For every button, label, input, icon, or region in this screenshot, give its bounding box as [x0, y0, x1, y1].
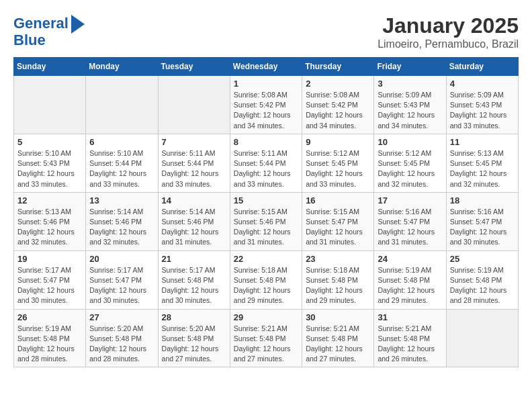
calendar-cell: 27Sunrise: 5:20 AM Sunset: 5:48 PM Dayli… [86, 309, 158, 367]
calendar-cell: 1Sunrise: 5:08 AM Sunset: 5:42 PM Daylig… [230, 76, 302, 134]
calendar-cell [86, 76, 158, 134]
calendar-cell: 10Sunrise: 5:12 AM Sunset: 5:45 PM Dayli… [374, 134, 446, 192]
calendar-cell: 3Sunrise: 5:09 AM Sunset: 5:43 PM Daylig… [374, 76, 446, 134]
calendar-cell: 15Sunrise: 5:15 AM Sunset: 5:46 PM Dayli… [230, 192, 302, 250]
page-title: January 2025 [378, 13, 519, 38]
day-number: 15 [234, 195, 298, 205]
day-number: 23 [306, 254, 370, 264]
day-number: 16 [306, 195, 370, 205]
calendar-cell: 21Sunrise: 5:17 AM Sunset: 5:48 PM Dayli… [158, 250, 230, 309]
day-info: Sunrise: 5:11 AM Sunset: 5:44 PM Dayligh… [234, 148, 298, 189]
day-info: Sunrise: 5:08 AM Sunset: 5:42 PM Dayligh… [306, 90, 370, 131]
day-number: 30 [306, 312, 370, 322]
day-info: Sunrise: 5:21 AM Sunset: 5:48 PM Dayligh… [378, 324, 442, 365]
day-info: Sunrise: 5:19 AM Sunset: 5:48 PM Dayligh… [378, 265, 442, 306]
day-info: Sunrise: 5:12 AM Sunset: 5:45 PM Dayligh… [306, 148, 370, 189]
calendar-cell: 6Sunrise: 5:10 AM Sunset: 5:44 PM Daylig… [86, 134, 158, 192]
day-number: 21 [162, 254, 226, 264]
day-number: 26 [17, 312, 82, 322]
day-info: Sunrise: 5:16 AM Sunset: 5:47 PM Dayligh… [450, 207, 515, 248]
logo: General Blue [13, 13, 85, 48]
calendar-cell: 23Sunrise: 5:18 AM Sunset: 5:48 PM Dayli… [302, 250, 374, 309]
day-info: Sunrise: 5:10 AM Sunset: 5:44 PM Dayligh… [89, 148, 154, 189]
calendar-cell: 29Sunrise: 5:21 AM Sunset: 5:48 PM Dayli… [230, 309, 302, 367]
calendar-cell: 14Sunrise: 5:14 AM Sunset: 5:46 PM Dayli… [158, 192, 230, 250]
calendar-cell: 30Sunrise: 5:21 AM Sunset: 5:48 PM Dayli… [302, 309, 374, 367]
week-row-4: 19Sunrise: 5:17 AM Sunset: 5:47 PM Dayli… [14, 250, 519, 309]
calendar-cell: 5Sunrise: 5:10 AM Sunset: 5:43 PM Daylig… [14, 134, 86, 192]
logo-general: General [13, 15, 69, 32]
calendar-cell: 16Sunrise: 5:15 AM Sunset: 5:47 PM Dayli… [302, 192, 374, 250]
calendar-cell [14, 76, 86, 134]
day-info: Sunrise: 5:17 AM Sunset: 5:47 PM Dayligh… [89, 265, 154, 306]
day-number: 4 [450, 79, 515, 89]
day-info: Sunrise: 5:14 AM Sunset: 5:46 PM Dayligh… [89, 207, 154, 248]
weekday-header-saturday: Saturday [446, 58, 518, 76]
day-info: Sunrise: 5:11 AM Sunset: 5:44 PM Dayligh… [162, 148, 226, 189]
day-number: 24 [378, 254, 442, 264]
day-number: 1 [234, 79, 298, 89]
day-info: Sunrise: 5:13 AM Sunset: 5:45 PM Dayligh… [450, 148, 515, 189]
calendar-cell: 24Sunrise: 5:19 AM Sunset: 5:48 PM Dayli… [374, 250, 446, 309]
day-number: 19 [17, 254, 82, 264]
calendar-table: SundayMondayTuesdayWednesdayThursdayFrid… [13, 57, 519, 367]
logo-blue: Blue [13, 32, 85, 48]
day-info: Sunrise: 5:18 AM Sunset: 5:48 PM Dayligh… [306, 265, 370, 306]
weekday-header-friday: Friday [374, 58, 446, 76]
logo-arrow-icon [71, 15, 85, 34]
week-row-2: 5Sunrise: 5:10 AM Sunset: 5:43 PM Daylig… [14, 134, 519, 192]
week-row-5: 26Sunrise: 5:19 AM Sunset: 5:48 PM Dayli… [14, 309, 519, 367]
calendar-cell: 19Sunrise: 5:17 AM Sunset: 5:47 PM Dayli… [14, 250, 86, 309]
day-number: 3 [378, 79, 442, 89]
day-info: Sunrise: 5:10 AM Sunset: 5:43 PM Dayligh… [17, 148, 82, 189]
weekday-header-row: SundayMondayTuesdayWednesdayThursdayFrid… [14, 58, 519, 76]
day-number: 14 [162, 195, 226, 205]
day-info: Sunrise: 5:17 AM Sunset: 5:47 PM Dayligh… [17, 265, 82, 306]
day-info: Sunrise: 5:20 AM Sunset: 5:48 PM Dayligh… [89, 324, 154, 365]
day-number: 22 [234, 254, 298, 264]
calendar-cell: 20Sunrise: 5:17 AM Sunset: 5:47 PM Dayli… [86, 250, 158, 309]
day-number: 10 [378, 137, 442, 147]
weekday-header-monday: Monday [86, 58, 158, 76]
calendar-cell: 9Sunrise: 5:12 AM Sunset: 5:45 PM Daylig… [302, 134, 374, 192]
day-info: Sunrise: 5:14 AM Sunset: 5:46 PM Dayligh… [162, 207, 226, 248]
day-number: 12 [17, 195, 82, 205]
calendar-cell: 11Sunrise: 5:13 AM Sunset: 5:45 PM Dayli… [446, 134, 518, 192]
calendar-cell: 17Sunrise: 5:16 AM Sunset: 5:47 PM Dayli… [374, 192, 446, 250]
calendar-cell: 28Sunrise: 5:20 AM Sunset: 5:48 PM Dayli… [158, 309, 230, 367]
calendar-cell: 7Sunrise: 5:11 AM Sunset: 5:44 PM Daylig… [158, 134, 230, 192]
day-info: Sunrise: 5:19 AM Sunset: 5:48 PM Dayligh… [17, 324, 82, 365]
weekday-header-sunday: Sunday [14, 58, 86, 76]
day-number: 20 [89, 254, 154, 264]
day-number: 9 [306, 137, 370, 147]
day-info: Sunrise: 5:20 AM Sunset: 5:48 PM Dayligh… [162, 324, 226, 365]
day-number: 7 [162, 137, 226, 147]
calendar-cell: 2Sunrise: 5:08 AM Sunset: 5:42 PM Daylig… [302, 76, 374, 134]
day-number: 31 [378, 312, 442, 322]
day-number: 17 [378, 195, 442, 205]
day-info: Sunrise: 5:09 AM Sunset: 5:43 PM Dayligh… [378, 90, 442, 131]
day-info: Sunrise: 5:18 AM Sunset: 5:48 PM Dayligh… [234, 265, 298, 306]
calendar-cell: 26Sunrise: 5:19 AM Sunset: 5:48 PM Dayli… [14, 309, 86, 367]
day-info: Sunrise: 5:12 AM Sunset: 5:45 PM Dayligh… [378, 148, 442, 189]
day-info: Sunrise: 5:15 AM Sunset: 5:46 PM Dayligh… [234, 207, 298, 248]
day-info: Sunrise: 5:13 AM Sunset: 5:46 PM Dayligh… [17, 207, 82, 248]
calendar-cell [158, 76, 230, 134]
page-subtitle: Limoeiro, Pernambuco, Brazil [378, 38, 519, 50]
day-number: 2 [306, 79, 370, 89]
week-row-3: 12Sunrise: 5:13 AM Sunset: 5:46 PM Dayli… [14, 192, 519, 250]
day-number: 28 [162, 312, 226, 322]
calendar-cell: 22Sunrise: 5:18 AM Sunset: 5:48 PM Dayli… [230, 250, 302, 309]
day-number: 8 [234, 137, 298, 147]
day-number: 13 [89, 195, 154, 205]
page-header: General Blue January 2025 Limoeiro, Pern… [13, 13, 519, 50]
logo-text: General [13, 15, 69, 32]
day-number: 6 [89, 137, 154, 147]
day-info: Sunrise: 5:21 AM Sunset: 5:48 PM Dayligh… [306, 324, 370, 365]
day-number: 5 [17, 137, 82, 147]
day-number: 25 [450, 254, 515, 264]
day-number: 27 [89, 312, 154, 322]
week-row-1: 1Sunrise: 5:08 AM Sunset: 5:42 PM Daylig… [14, 76, 519, 134]
calendar-cell: 25Sunrise: 5:19 AM Sunset: 5:48 PM Dayli… [446, 250, 518, 309]
day-info: Sunrise: 5:21 AM Sunset: 5:48 PM Dayligh… [234, 324, 298, 365]
